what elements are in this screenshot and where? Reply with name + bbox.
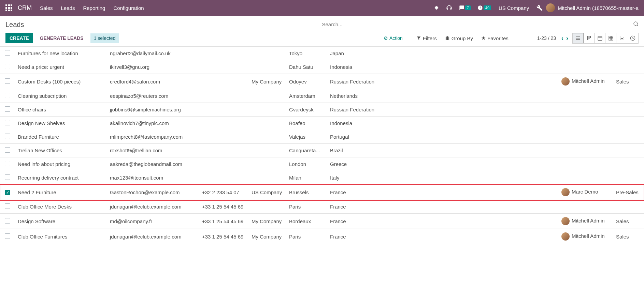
search-icon[interactable] bbox=[633, 21, 639, 28]
action-dropdown[interactable]: ⚙Action bbox=[384, 35, 403, 41]
cell-company: My Company bbox=[249, 214, 286, 229]
cell-email: roxshott9@trellian.com bbox=[107, 144, 199, 157]
cell-email: jjobbins6@simplemachines.org bbox=[107, 103, 199, 117]
call-icon[interactable] bbox=[446, 5, 452, 11]
table-row[interactable]: Need 2 FurnitureGastonRochon@example.com… bbox=[0, 185, 644, 200]
cell-team: Sales bbox=[613, 214, 644, 229]
cell-salesperson bbox=[559, 144, 613, 157]
table-row[interactable]: Need a price: urgentikirvell3@gnu.orgDah… bbox=[0, 60, 644, 74]
table-row[interactable]: Design New Shelvesakalinovich7@tinypic.c… bbox=[0, 117, 644, 130]
favorites-dropdown[interactable]: ★Favorites bbox=[481, 35, 509, 41]
cell-email: jdunagan@leclub.example.com bbox=[107, 200, 199, 214]
view-graph[interactable] bbox=[616, 33, 627, 43]
debug-icon[interactable] bbox=[434, 5, 439, 11]
table-row[interactable]: Club Office More Desksjdunagan@leclub.ex… bbox=[0, 200, 644, 214]
app-brand[interactable]: CRM bbox=[18, 4, 32, 12]
row-checkbox[interactable] bbox=[5, 64, 10, 69]
cell-salesperson bbox=[559, 130, 613, 144]
cell-phone: +33 1 25 54 45 69 bbox=[199, 200, 249, 214]
nav-configuration[interactable]: Configuration bbox=[113, 5, 144, 11]
table-row[interactable]: Branded Furnituremlimprecht8@fastcompany… bbox=[0, 130, 644, 144]
company-selector[interactable]: US Company bbox=[499, 5, 529, 11]
row-checkbox[interactable] bbox=[5, 134, 10, 139]
row-checkbox[interactable] bbox=[5, 190, 10, 195]
filters-dropdown[interactable]: Filters bbox=[416, 35, 437, 41]
cell-lead: Design New Shelves bbox=[15, 117, 107, 130]
cell-company bbox=[249, 157, 286, 171]
selected-count[interactable]: 1 selected bbox=[90, 33, 119, 43]
star-icon: ★ bbox=[481, 35, 486, 41]
table-row[interactable]: Design Softwaremd@oilcompany.fr+33 1 25 … bbox=[0, 214, 644, 229]
view-calendar[interactable] bbox=[595, 33, 605, 43]
table-row[interactable]: Club Office Furnituresjdunagan@leclub.ex… bbox=[0, 229, 644, 244]
cell-email: ngrabert2@dailymail.co.uk bbox=[107, 47, 199, 60]
gear-icon: ⚙ bbox=[384, 35, 388, 41]
cell-city: Milan bbox=[286, 171, 327, 185]
messages-icon[interactable]: 7 bbox=[459, 5, 471, 11]
row-checkbox[interactable] bbox=[5, 50, 10, 56]
row-checkbox[interactable] bbox=[5, 218, 10, 224]
cell-lead: Recurring delivery contract bbox=[15, 171, 107, 185]
row-checkbox[interactable] bbox=[5, 233, 10, 239]
generate-leads-button[interactable]: GENERATE LEADS bbox=[36, 33, 88, 43]
table-row[interactable]: Furnitures for new locationngrabert2@dai… bbox=[0, 47, 644, 60]
activities-icon[interactable]: 49 bbox=[477, 5, 491, 11]
row-checkbox[interactable] bbox=[5, 161, 10, 166]
nav-reporting[interactable]: Reporting bbox=[83, 5, 105, 11]
pager-next[interactable]: › bbox=[566, 35, 568, 42]
cell-salesperson bbox=[559, 117, 613, 130]
nav-leads[interactable]: Leads bbox=[61, 5, 75, 11]
row-checkbox[interactable] bbox=[5, 147, 10, 153]
apps-icon[interactable] bbox=[5, 4, 12, 11]
cell-team bbox=[613, 130, 644, 144]
cell-phone bbox=[199, 157, 249, 171]
view-switcher bbox=[572, 33, 639, 44]
view-list[interactable] bbox=[573, 33, 584, 43]
nav-sales[interactable]: Sales bbox=[40, 5, 53, 11]
cell-city: Paris bbox=[286, 200, 327, 214]
table-row[interactable]: Office chairsjjobbins6@simplemachines.or… bbox=[0, 103, 644, 117]
cell-country: Brazil bbox=[327, 144, 396, 157]
cell-lead: Furnitures for new location bbox=[15, 47, 107, 60]
cell-team bbox=[613, 157, 644, 171]
view-activity[interactable] bbox=[627, 33, 638, 43]
view-pivot[interactable] bbox=[605, 33, 616, 43]
row-checkbox[interactable] bbox=[5, 203, 10, 209]
table-row[interactable]: Cleaning subscriptioneespinazo5@reuters.… bbox=[0, 89, 644, 103]
table-row[interactable]: Trelian New Officesroxshott9@trellian.co… bbox=[0, 144, 644, 157]
search-bar[interactable] bbox=[322, 20, 639, 29]
cell-salesperson bbox=[559, 103, 613, 117]
table-row[interactable]: Recurring delivery contractmax123@itcons… bbox=[0, 171, 644, 185]
row-checkbox[interactable] bbox=[5, 106, 10, 112]
row-checkbox[interactable] bbox=[5, 174, 10, 180]
cell-country: Netherlands bbox=[327, 89, 396, 103]
page-title: Leads bbox=[5, 21, 24, 29]
cell-city: Dahu Satu bbox=[286, 60, 327, 74]
tools-icon[interactable] bbox=[536, 5, 543, 11]
groupby-dropdown[interactable]: Group By bbox=[445, 35, 473, 41]
row-checkbox[interactable] bbox=[5, 78, 10, 84]
salesperson-avatar bbox=[561, 232, 570, 241]
salesperson-avatar bbox=[561, 217, 570, 225]
user-menu[interactable]: Mitchell Admin (18570655-master-a bbox=[546, 3, 639, 12]
cell-team: Pre-Sales bbox=[613, 185, 644, 200]
cell-company bbox=[249, 89, 286, 103]
top-nav-bar: CRM Sales Leads Reporting Configuration … bbox=[0, 0, 644, 16]
view-kanban[interactable] bbox=[584, 33, 595, 43]
cell-city: Amsterdam bbox=[286, 89, 327, 103]
cell-lead: Branded Furniture bbox=[15, 130, 107, 144]
table-row[interactable]: Custom Desks (100 pieces)credford4@salon… bbox=[0, 74, 644, 89]
pager-prev[interactable]: ‹ bbox=[561, 35, 563, 42]
row-checkbox[interactable] bbox=[5, 93, 10, 98]
cell-phone bbox=[199, 144, 249, 157]
create-button[interactable]: CREATE bbox=[5, 33, 33, 43]
search-input[interactable] bbox=[322, 21, 633, 27]
cell-city: Paris bbox=[286, 229, 327, 244]
table-row[interactable]: Need info about pricingaakreda@theglobea… bbox=[0, 157, 644, 171]
cell-country: France bbox=[327, 214, 396, 229]
cell-city: Valejas bbox=[286, 130, 327, 144]
row-checkbox[interactable] bbox=[5, 120, 10, 125]
cell-salesperson: Mitchell Admin bbox=[559, 229, 613, 244]
cell-team bbox=[613, 103, 644, 117]
cell-lead: Design Software bbox=[15, 214, 107, 229]
